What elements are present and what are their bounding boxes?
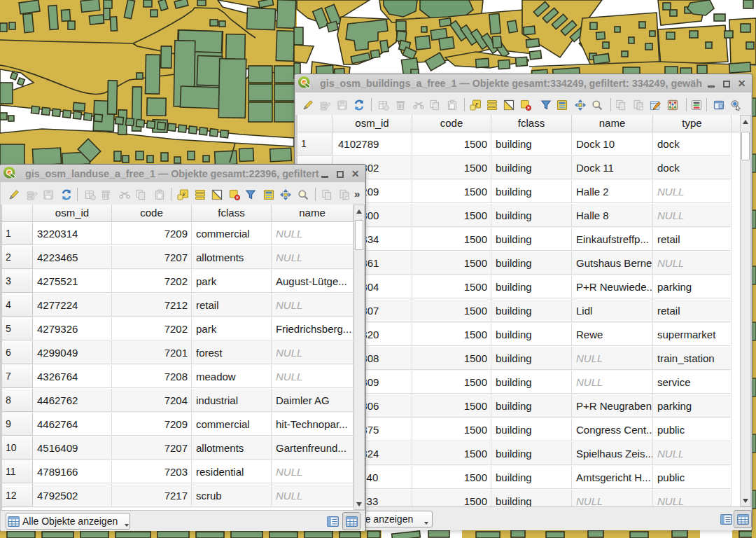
svg-text:ε: ε [475,100,478,108]
svg-text:ε: ε [183,190,186,198]
